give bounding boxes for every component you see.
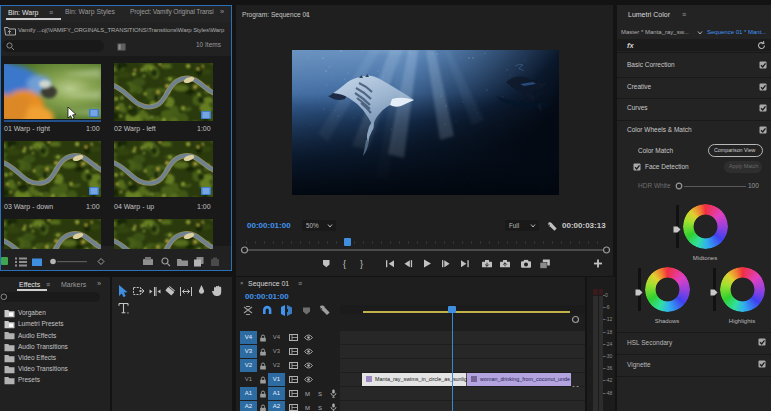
svg-text:{: { (343, 259, 346, 269)
svg-text:}: } (360, 259, 363, 269)
